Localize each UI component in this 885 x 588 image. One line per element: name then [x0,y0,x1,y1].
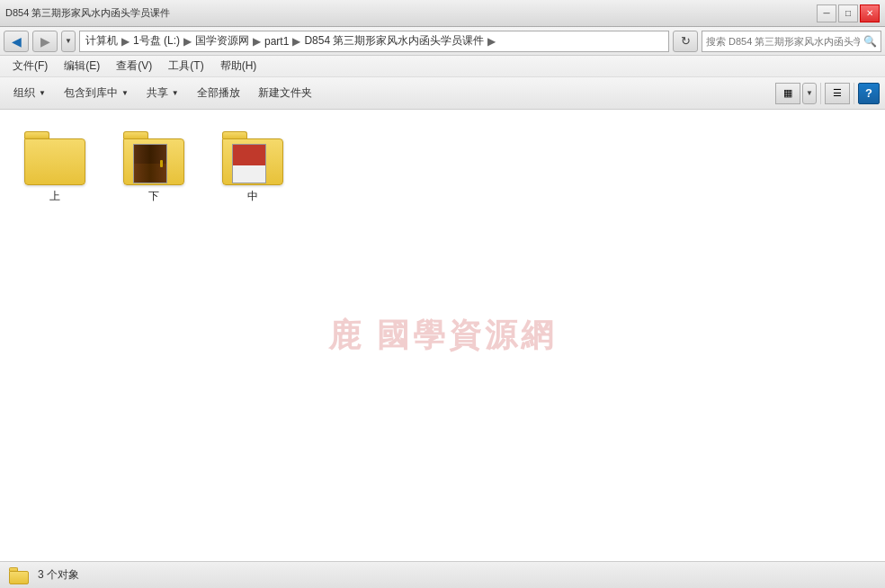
forward-button[interactable]: ▶ [32,31,58,52]
play-all-label: 全部播放 [197,85,240,101]
view-dropdown-button[interactable]: ▼ [802,83,817,104]
toolbar-right: ▦ ▼ ☰ ? [775,83,880,104]
organize-button[interactable]: 组织 ▼ [5,81,54,106]
menu-view[interactable]: 查看(V) [109,58,159,76]
path-part-3: part1 [264,35,289,48]
folder-xia-tab [123,131,148,138]
path-sep-0: ▶ [121,35,130,48]
maximize-button[interactable]: □ [838,4,858,22]
folder-zhong-icon [220,128,285,185]
toolbar: 组织 ▼ 包含到库中 ▼ 共享 ▼ 全部播放 新建文件夹 ▦ ▼ ☰ ? [0,77,885,110]
address-path[interactable]: 计算机 ▶ 1号盘 (L:) ▶ 国学资源网 ▶ part1 ▶ D854 第三… [79,31,669,52]
search-input[interactable] [706,36,860,47]
menu-bar: 文件(F) 编辑(E) 查看(V) 工具(T) 帮助(H) [0,56,885,77]
main-content: 上 下 [0,110,885,561]
back-button[interactable]: ◀ [4,31,29,52]
include-library-button[interactable]: 包含到库中 ▼ [56,81,137,106]
include-library-label: 包含到库中 [64,85,118,101]
details-view-button[interactable]: ☰ [825,83,850,104]
watermark: 鹿 國學資源網 [328,314,557,358]
folder-zhong-tab [222,131,247,138]
path-part-4: D854 第三期形家风水内函头学员课件 [304,33,484,49]
toolbar-separator [820,83,821,104]
organize-label: 组织 [13,85,35,101]
include-library-chevron-icon: ▼ [121,89,129,97]
status-folder-icon [9,566,29,584]
share-button[interactable]: 共享 ▼ [139,81,187,106]
folder-body [24,138,85,185]
folder-zhong[interactable]: 中 [212,124,293,208]
help-button[interactable]: ? [858,83,880,104]
folder-zhong-label: 中 [247,189,258,204]
new-folder-label: 新建文件夹 [258,85,312,101]
share-chevron-icon: ▼ [172,89,179,97]
minimize-button[interactable]: ─ [817,4,836,22]
folder-xia-preview [133,144,167,183]
folder-xia-body [123,138,184,185]
address-bar: ◀ ▶ ▼ 计算机 ▶ 1号盘 (L:) ▶ 国学资源网 ▶ part1 ▶ D… [0,27,885,56]
menu-edit[interactable]: 编辑(E) [57,58,107,76]
path-sep-3: ▶ [292,35,300,48]
folder-xia[interactable]: 下 [113,124,194,208]
title-bar: D854 第三期形家风水内函头学员课件 ─ □ ✕ [0,0,885,27]
toolbar-separator-2 [854,83,854,104]
watermark-icon: 鹿 [328,316,377,353]
path-part-2: 国学资源网 [195,33,249,49]
folder-tab [24,131,49,138]
play-all-button[interactable]: 全部播放 [189,81,248,106]
folder-xia-icon [121,128,186,185]
title-bar-left: D854 第三期形家风水内函头学员课件 [5,6,170,20]
folder-zhong-body [222,138,283,185]
new-folder-button[interactable]: 新建文件夹 [250,81,320,106]
path-sep-2: ▶ [253,35,261,48]
folder-shang[interactable]: 上 [14,124,95,208]
status-bar: 3 个对象 [0,561,885,588]
search-box[interactable]: 🔍 [702,31,881,52]
status-folder-tab [9,567,18,571]
path-part-0: 计算机 [85,33,118,49]
view-toggle-button[interactable]: ▦ [775,83,800,104]
status-count: 3 个对象 [38,567,79,583]
folder-shang-icon [22,128,87,185]
status-folder-body [9,571,29,584]
title-bar-title: D854 第三期形家风水内函头学员课件 [5,6,170,20]
menu-help[interactable]: 帮助(H) [213,58,264,76]
share-label: 共享 [147,85,168,101]
title-bar-controls: ─ □ ✕ [817,4,880,22]
search-icon[interactable]: 🔍 [863,35,877,48]
folders-area: 上 下 [0,110,885,222]
path-sep-4: ▶ [487,35,496,48]
refresh-button[interactable]: ↻ [673,31,698,52]
nav-dropdown-button[interactable]: ▼ [61,31,76,52]
menu-file[interactable]: 文件(F) [5,58,55,76]
folder-shang-label: 上 [49,189,60,204]
menu-tools[interactable]: 工具(T) [161,58,210,76]
folder-xia-label: 下 [148,189,159,204]
organize-chevron-icon: ▼ [39,89,46,97]
path-part-1: 1号盘 (L:) [133,33,180,49]
path-sep-1: ▶ [183,35,192,48]
folder-zhong-preview [232,144,266,183]
close-button[interactable]: ✕ [860,4,880,22]
watermark-text: 國學資源網 [377,316,557,353]
